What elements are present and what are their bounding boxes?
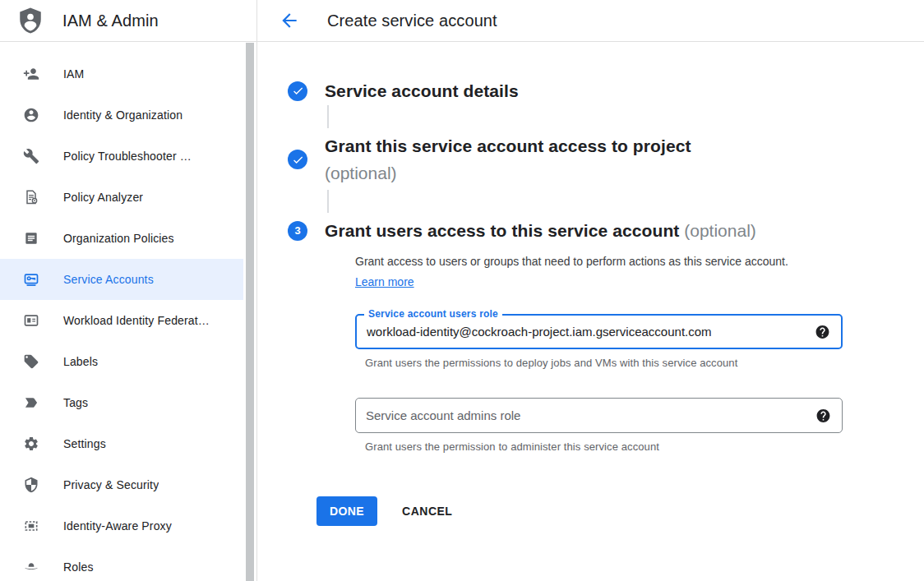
step-1-title: Service account details [325,81,519,100]
iam-admin-app: IAM & Admin IAM Identity & Organization … [0,0,924,581]
wrench-icon [23,148,39,164]
iap-icon [23,518,39,534]
sidebar-item-label: IAM [63,67,84,81]
admins-role-field-container [355,398,843,433]
gear-icon [23,436,39,452]
form-actions: DONE CANCEL [316,496,924,526]
sidebar: IAM & Admin IAM Identity & Organization … [0,0,257,581]
sidebar-item-label: Identity-Aware Proxy [63,519,172,533]
person-add-icon [23,66,39,82]
sidebar-item-privacy-security[interactable]: Privacy & Security [0,464,243,505]
step-2-title: Grant this service account access to pro… [325,132,691,159]
page-title: Create service account [327,12,497,30]
sidebar-item-labels[interactable]: Labels [0,341,243,382]
sidebar-nav: IAM Identity & Organization Policy Troub… [0,42,256,581]
sidebar-item-policy-analyzer[interactable]: Policy Analyzer [0,177,243,218]
app-title: IAM & Admin [62,12,159,30]
sidebar-item-label: Privacy & Security [63,478,159,491]
sidebar-item-label: Policy Troubleshooter … [63,150,192,163]
label-icon [23,353,39,370]
workload-identity-icon [23,312,39,329]
step-2-optional-label: (optional) [325,159,691,187]
policy-analyzer-icon [23,189,39,205]
sidebar-scrollbar[interactable] [246,43,254,581]
account-circle-icon [23,107,39,123]
sidebar-item-service-accounts[interactable]: Service Accounts [0,259,243,300]
help-icon[interactable] [815,408,831,423]
sidebar-item-label: Settings [63,437,106,450]
step-1-row: Service account details [288,80,924,102]
sidebar-item-policy-troubleshooter[interactable]: Policy Troubleshooter … [0,136,243,177]
sidebar-item-organization-policies[interactable]: Organization Policies [0,218,243,259]
sidebar-item-label: Service Accounts [63,273,154,286]
sidebar-item-workload-identity-federation[interactable]: Workload Identity Federat… [0,300,243,341]
step-2-row: Grant this service account access to pro… [288,132,924,187]
users-role-helper-text: Grant users the permissions to deploy jo… [365,357,924,369]
step-3-title: Grant users access to this service accou… [325,221,679,240]
cancel-button[interactable]: CANCEL [402,505,452,518]
admins-role-input[interactable] [356,399,842,432]
step-connector [327,190,329,213]
org-policies-icon [23,230,39,247]
sidebar-item-label: Identity & Organization [63,108,182,122]
sidebar-header: IAM & Admin [0,0,256,42]
main-header: Create service account [257,0,924,42]
main-panel: Create service account Service account d… [257,0,924,581]
sidebar-item-identity-organization[interactable]: Identity & Organization [0,95,243,136]
create-service-account-form: Service account details Grant this servi… [257,42,924,526]
step-3-row: 3 Grant users access to this service acc… [288,219,924,242]
users-role-field-label: Service account users role [364,308,502,320]
iam-shield-logo-icon [16,7,44,35]
shield-half-icon [23,477,39,493]
sidebar-item-label: Organization Policies [63,232,174,245]
admins-role-helper-text: Grant users the permission to administer… [365,440,924,453]
hat-icon [23,559,39,575]
sidebar-item-identity-aware-proxy[interactable]: Identity-Aware Proxy [0,505,243,546]
step-connector [327,105,329,128]
sidebar-item-label: Roles [63,560,94,574]
step-1-check-icon [288,81,307,101]
sidebar-item-label: Tags [63,396,88,409]
step-3-number-badge: 3 [288,221,307,241]
sidebar-item-settings[interactable]: Settings [0,423,243,464]
sidebar-item-iam[interactable]: IAM [0,53,243,95]
service-account-icon [23,271,39,288]
back-arrow-icon[interactable] [279,10,300,31]
sidebar-item-label: Workload Identity Federat… [63,314,210,327]
sidebar-item-label: Labels [63,355,98,368]
learn-more-link[interactable]: Learn more [355,275,414,288]
step-3-description: Grant access to users or groups that nee… [355,251,809,293]
help-icon[interactable] [815,324,830,339]
users-role-field-container: Service account users role [355,314,843,349]
tag-arrow-icon [23,394,39,411]
sidebar-item-roles[interactable]: Roles [0,546,243,581]
sidebar-item-tags[interactable]: Tags [0,382,243,423]
done-button[interactable]: DONE [316,496,377,526]
step-3-optional-label: (optional) [684,221,756,240]
users-role-input[interactable] [357,316,841,348]
sidebar-item-label: Policy Analyzer [63,191,143,204]
description-text: Grant access to users or groups that nee… [355,255,788,268]
step-2-check-icon [288,150,307,169]
